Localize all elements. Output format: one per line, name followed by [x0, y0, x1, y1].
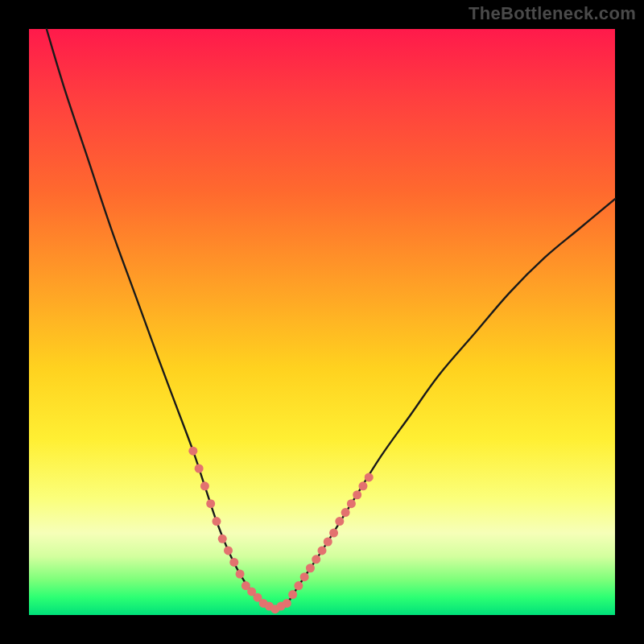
data-marker [224, 546, 233, 555]
data-marker [335, 517, 344, 526]
data-marker [347, 499, 356, 508]
data-marker [236, 570, 245, 579]
data-marker [218, 535, 227, 543]
data-marker [341, 508, 350, 517]
watermark-text: TheBottleneck.com [469, 3, 636, 24]
data-marker [212, 517, 221, 526]
data-marker [353, 490, 361, 499]
data-marker [195, 464, 204, 473]
data-marker [288, 590, 297, 599]
marker-group [188, 447, 373, 614]
data-marker [283, 599, 291, 608]
curve-svg [29, 29, 615, 615]
data-marker [358, 481, 367, 490]
bottleneck-curve-path [47, 29, 615, 609]
data-marker [206, 499, 215, 508]
data-marker [188, 447, 197, 456]
data-marker [318, 546, 327, 555]
data-marker [300, 572, 309, 581]
data-marker [306, 564, 315, 572]
chart-frame: TheBottleneck.com [0, 0, 644, 644]
data-marker [329, 529, 338, 538]
data-marker [294, 581, 303, 590]
plot-area [29, 29, 615, 615]
data-marker [200, 481, 209, 490]
data-marker [229, 558, 238, 567]
data-marker [365, 473, 374, 481]
data-marker [312, 555, 320, 564]
data-marker [324, 538, 332, 547]
